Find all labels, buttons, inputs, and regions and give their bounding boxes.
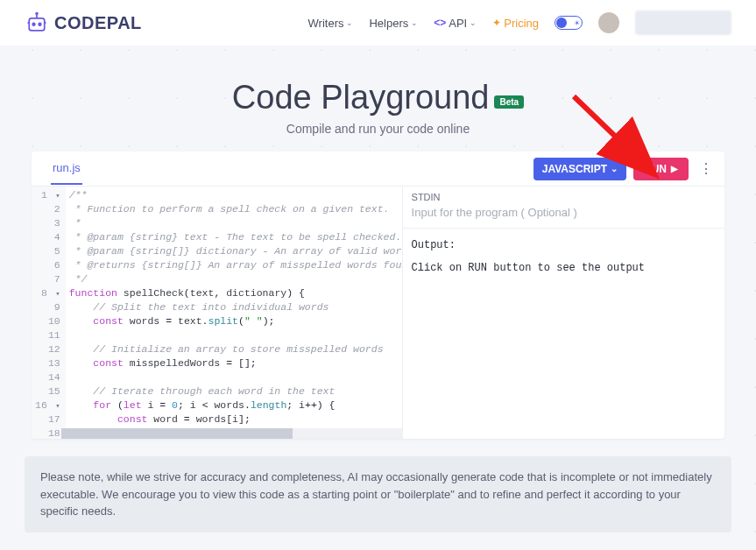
chevron-down-icon: ⌄ <box>470 18 477 27</box>
stdin-label: STDIN <box>412 192 716 202</box>
line-number: 4 <box>35 230 60 244</box>
run-button[interactable]: RUN ▶ <box>633 158 689 180</box>
code-line <box>69 370 399 384</box>
nav-api[interactable]: <> API ⌄ <box>434 17 477 30</box>
code-line: function spellCheck(text, dictionary) { <box>69 286 399 300</box>
code-line: /** <box>69 188 399 202</box>
title-area: Code Playground Beta Compile and run you… <box>0 46 756 152</box>
line-number: 18 <box>35 427 60 439</box>
stdin-input[interactable] <box>412 206 716 219</box>
theme-toggle[interactable]: ☀ <box>555 16 583 30</box>
page-subtitle: Compile and run your code online <box>0 122 756 136</box>
language-select[interactable]: JAVASCRIPT ⌄ <box>533 158 626 180</box>
playground-controls: JAVASCRIPT ⌄ RUN ▶ ⋮ <box>533 158 716 180</box>
top-nav: Writers ⌄ Helpers ⌄ <> API ⌄ ✦ Pricing ☀ <box>308 11 731 35</box>
chevron-down-icon: ⌄ <box>411 18 418 27</box>
scrollbar-thumb[interactable] <box>61 428 293 439</box>
code-line: * <box>69 216 399 230</box>
chevron-down-icon: ⌄ <box>346 18 353 27</box>
line-number: 5 <box>35 244 60 258</box>
page-title: Code Playground Beta <box>232 79 524 116</box>
file-tab[interactable]: run.js <box>51 152 82 185</box>
code-line: * @returns {string[]} An array of misspe… <box>69 258 399 272</box>
line-number: 17 <box>35 412 60 427</box>
code-line: // Iterate through each word in the text <box>69 384 399 398</box>
line-number: 6 <box>35 258 60 272</box>
code-line: */ <box>69 272 399 286</box>
line-number: 2 <box>35 202 60 216</box>
logo[interactable]: CODEPAL <box>25 11 142 35</box>
line-number: 9 <box>35 300 60 314</box>
top-header: CODEPAL Writers ⌄ Helpers ⌄ <> API ⌄ ✦ P… <box>0 0 756 46</box>
code-line: // Initialize an array to store misspell… <box>69 342 399 356</box>
output-area: Output: Click on RUN button to see the o… <box>403 229 724 285</box>
line-number: 1 ▾ <box>35 188 60 202</box>
code-line: for (let i = 0; i < words.length; i++) { <box>69 398 399 412</box>
line-gutter: 1 ▾2 3 4 5 6 7 8 ▾9 10 11 12 13 14 15 16… <box>32 187 66 439</box>
code-line: * Function to perform a spell check on a… <box>69 202 399 216</box>
line-number: 14 <box>35 370 60 384</box>
chevron-down-icon: ⌄ <box>611 164 618 173</box>
line-number: 12 <box>35 342 60 356</box>
code-line: // Split the text into individual words <box>69 300 399 314</box>
code-editor[interactable]: 1 ▾2 3 4 5 6 7 8 ▾9 10 11 12 13 14 15 16… <box>32 187 402 439</box>
output-text: Click on RUN button to see the output <box>412 262 716 274</box>
svg-point-4 <box>35 12 39 16</box>
sparkle-icon: ✦ <box>492 17 501 29</box>
svg-point-2 <box>38 23 41 26</box>
nav-writers[interactable]: Writers ⌄ <box>308 17 354 30</box>
line-number: 3 <box>35 216 60 230</box>
logo-text: CODEPAL <box>54 13 142 33</box>
line-number: 16 ▾ <box>35 398 60 412</box>
code-line: const misspelledWords = []; <box>69 356 399 370</box>
playground-panel: run.js JAVASCRIPT ⌄ RUN ▶ ⋮ 1 ▾2 3 4 5 6… <box>32 152 724 439</box>
code-line: * @param {string} text - The text to be … <box>69 230 399 244</box>
horizontal-scrollbar[interactable] <box>61 428 402 439</box>
code-line: * @param {string[]} dictionary - An arra… <box>69 244 399 258</box>
user-menu[interactable] <box>635 11 731 35</box>
nav-pricing[interactable]: ✦ Pricing <box>492 17 539 30</box>
stdin-area: STDIN <box>403 187 724 229</box>
svg-point-1 <box>32 23 35 26</box>
line-number: 7 <box>35 272 60 286</box>
more-menu-icon[interactable]: ⋮ <box>696 160 716 177</box>
code-content[interactable]: /** * Function to perform a spell check … <box>66 187 402 439</box>
code-line: const words = text.split(" "); <box>69 314 399 328</box>
code-icon: <> <box>434 17 446 29</box>
avatar[interactable] <box>598 12 619 33</box>
nav-helpers[interactable]: Helpers ⌄ <box>369 17 418 30</box>
playground-header: run.js JAVASCRIPT ⌄ RUN ▶ ⋮ <box>32 152 724 187</box>
line-number: 10 <box>35 314 60 328</box>
line-number: 8 ▾ <box>35 286 60 300</box>
code-line <box>69 328 399 342</box>
robot-icon <box>25 11 49 35</box>
code-line: const word = words[i]; <box>69 412 399 427</box>
playground-body: 1 ▾2 3 4 5 6 7 8 ▾9 10 11 12 13 14 15 16… <box>32 187 724 439</box>
svg-rect-0 <box>29 18 45 31</box>
line-number: 11 <box>35 328 60 342</box>
output-label: Output: <box>412 239 716 251</box>
toggle-knob <box>556 18 567 28</box>
line-number: 15 <box>35 384 60 398</box>
sun-icon: ☀ <box>574 19 580 27</box>
beta-badge: Beta <box>494 95 524 109</box>
footer-note: Please note, while we strive for accurac… <box>25 456 731 532</box>
line-number: 13 <box>35 356 60 370</box>
io-panel: STDIN Output: Click on RUN button to see… <box>402 187 724 439</box>
play-icon: ▶ <box>671 164 678 173</box>
